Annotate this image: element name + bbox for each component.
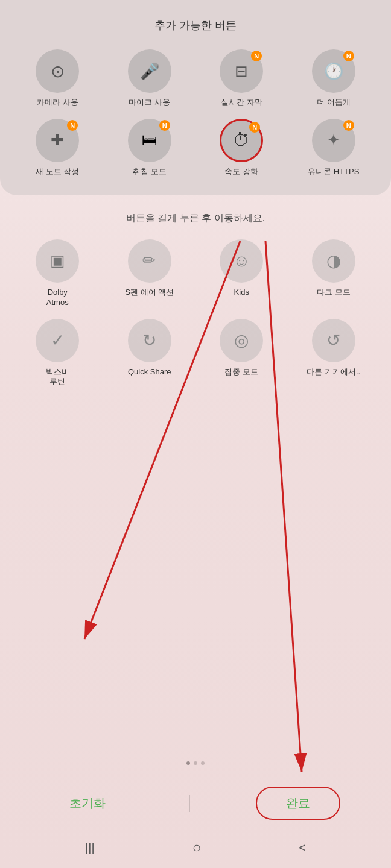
instruction-text: 버튼을 길게 누른 후 이동하세요. xyxy=(114,212,277,225)
done-button[interactable]: 완료 xyxy=(256,787,340,820)
dot-2 xyxy=(194,761,197,765)
btn-label-subtitle: 실시간 자막 xyxy=(221,98,262,108)
reset-button[interactable]: 초기화 xyxy=(51,790,124,816)
bottom-button-grid: DolbyAtmos S펜 에어 액션 Kids 다크 모드 빅스비루틴 xyxy=(14,239,377,388)
btn-circle-unicorn: N xyxy=(312,119,355,162)
current-buttons-section: DolbyAtmos S펜 에어 액션 Kids 다크 모드 빅스비루틴 xyxy=(0,239,391,749)
dot-3 xyxy=(201,761,205,765)
btn-label-dolby: DolbyAtmos xyxy=(46,288,69,308)
btn-darkmode[interactable]: 다크 모드 xyxy=(291,239,377,308)
btn-label-bixby: 빅스비루틴 xyxy=(46,367,69,388)
badge-n6: N xyxy=(343,120,354,131)
darkmode-icon xyxy=(326,251,341,271)
unicorn-icon xyxy=(327,131,340,149)
btn-label-kids: Kids xyxy=(234,288,249,298)
btn-kids[interactable]: Kids xyxy=(199,239,285,308)
btn-circle-note: N xyxy=(36,119,79,162)
btn-focus[interactable]: 집중 모드 xyxy=(199,319,285,388)
btn-circle-darkmode xyxy=(312,239,355,283)
btn-label-focus: 집중 모드 xyxy=(224,367,258,377)
btn-quickshare[interactable]: Quick Share xyxy=(107,319,193,388)
nav-bar: ||| ○ < xyxy=(0,832,391,868)
btn-circle-dolby xyxy=(36,239,79,283)
badge-n4: N xyxy=(159,120,170,131)
page-dots xyxy=(186,761,205,765)
btn-circle-subtitle: N xyxy=(220,49,263,93)
note-icon xyxy=(51,131,64,149)
recent-apps-icon[interactable]: ||| xyxy=(85,841,95,855)
btn-dolby[interactable]: DolbyAtmos xyxy=(14,239,101,308)
btn-label-spen: S펜 에어 액션 xyxy=(125,288,174,298)
top-button-grid: 카메라 사용 마이크 사용 N 실시간 자막 N 더 어둡게 N xyxy=(14,49,377,177)
btn-circle-other xyxy=(312,319,355,362)
quickshare-icon xyxy=(142,330,156,350)
footer: 초기화 완료 xyxy=(0,777,391,829)
btn-circle-quickshare xyxy=(128,319,171,362)
btn-label-note: 새 노트 작성 xyxy=(36,167,79,177)
speed-icon xyxy=(233,130,250,150)
btn-label-darkmode: 다크 모드 xyxy=(317,288,351,298)
badge-n5: N xyxy=(249,122,260,133)
btn-label-mic: 마이크 사용 xyxy=(129,98,170,108)
btn-circle-sleep: N xyxy=(128,119,171,162)
back-icon[interactable]: < xyxy=(299,841,306,855)
section-title: 추가 가능한 버튼 xyxy=(14,18,377,33)
btn-circle-kids xyxy=(220,239,263,283)
btn-label-dark-extra: 더 어둡게 xyxy=(317,98,351,108)
btn-sleep[interactable]: N 취침 모드 xyxy=(107,119,193,177)
btn-unicorn[interactable]: N 유니콘 HTTPS xyxy=(291,119,377,177)
btn-spen[interactable]: S펜 에어 액션 xyxy=(107,239,193,308)
badge-n3: N xyxy=(67,120,78,131)
home-icon[interactable]: ○ xyxy=(192,839,202,856)
dolby-icon xyxy=(50,251,65,270)
btn-other[interactable]: 다른 기기에서.. xyxy=(291,319,377,388)
subtitle-icon xyxy=(235,62,248,81)
btn-dark-extra[interactable]: N 더 어둡게 xyxy=(291,49,377,108)
btn-label-camera: 카메라 사용 xyxy=(37,98,78,108)
btn-note[interactable]: N 새 노트 작성 xyxy=(14,119,101,177)
kids-icon xyxy=(233,251,250,271)
available-buttons-section: 추가 가능한 버튼 카메라 사용 마이크 사용 N 실시간 자막 N xyxy=(0,0,391,195)
other-icon xyxy=(326,330,340,350)
btn-label-speed: 속도 강화 xyxy=(224,167,258,177)
btn-circle-camera xyxy=(36,49,79,93)
btn-speed[interactable]: N 속도 강화 xyxy=(199,119,285,177)
btn-label-quickshare: Quick Share xyxy=(128,367,171,377)
dot-1 xyxy=(186,761,190,765)
btn-circle-bixby xyxy=(36,319,79,362)
spen-icon xyxy=(143,251,156,270)
camera-icon xyxy=(51,61,65,81)
btn-circle-speed: N xyxy=(220,119,263,162)
btn-bixby[interactable]: 빅스비루틴 xyxy=(14,319,101,388)
sleep-icon xyxy=(142,131,157,149)
mic-icon xyxy=(140,62,159,81)
btn-label-sleep: 취침 모드 xyxy=(133,167,167,177)
btn-mic[interactable]: 마이크 사용 xyxy=(107,49,193,108)
btn-subtitle[interactable]: N 실시간 자막 xyxy=(199,49,285,108)
footer-divider xyxy=(189,795,190,812)
btn-circle-focus xyxy=(220,319,263,362)
btn-label-unicorn: 유니콘 HTTPS xyxy=(308,167,359,177)
badge-n2: N xyxy=(343,51,354,61)
btn-circle-dark-extra: N xyxy=(312,49,355,93)
btn-label-other: 다른 기기에서.. xyxy=(307,367,360,377)
badge-n: N xyxy=(251,51,262,61)
focus-icon xyxy=(234,330,249,350)
bixby-icon xyxy=(51,330,65,350)
btn-circle-mic xyxy=(128,49,171,93)
btn-camera[interactable]: 카메라 사용 xyxy=(14,49,101,108)
btn-circle-spen xyxy=(128,239,171,283)
dark-extra-icon xyxy=(324,62,343,81)
